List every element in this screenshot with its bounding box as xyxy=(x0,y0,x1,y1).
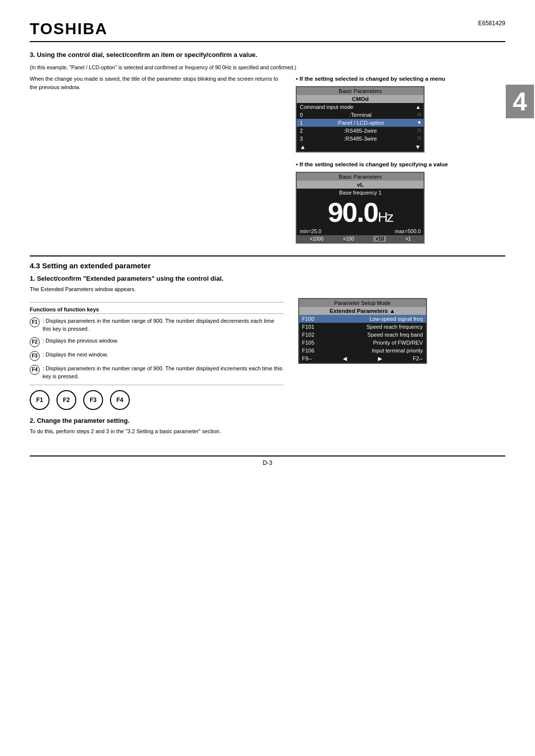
f2-desc: : Displays the previous window. xyxy=(43,337,283,345)
f4-circle: F4 xyxy=(30,365,40,375)
lcd3-item-f102: F102 Speed reach freq band xyxy=(299,331,426,339)
divider-top xyxy=(30,302,283,302)
lcd1-item-3-icon: □ xyxy=(418,136,421,142)
f3-desc: : Displays the next window. xyxy=(43,351,283,359)
page-header: TOSHIBA E6581429 xyxy=(30,20,505,42)
lcd1-item-1-label: :Panel / LCD-option xyxy=(337,120,384,126)
step1-desc: The Extended Parameters window appears. xyxy=(30,285,505,294)
fkey-btn-f3[interactable]: F3 xyxy=(83,390,103,410)
lcd3-f106-code: F106 xyxy=(302,348,315,353)
fkey-row-f3: F3 : Displays the next window. xyxy=(30,351,283,361)
step2-desc: To do this, perform steps 2 and 3 in the… xyxy=(30,427,505,436)
step2-section: 2. Change the parameter setting. To do t… xyxy=(30,417,505,436)
fkey-buttons-row: F1 F2 F3 F4 xyxy=(30,390,283,410)
lcd2-max: max=500.0 xyxy=(395,228,421,234)
step1-right: Parameter Setup Mode Extended Parameters… xyxy=(298,298,506,410)
toshiba-logo: TOSHIBA xyxy=(30,20,107,38)
fkey-btn-f2[interactable]: F2 xyxy=(56,390,76,410)
page-footer: D-3 xyxy=(30,455,505,466)
lcd2-step-10-active: ×10 xyxy=(374,236,386,242)
lcd3-f105-code: F105 xyxy=(302,340,315,346)
doc-number: E6581429 xyxy=(478,20,505,27)
fkey-btn-f1[interactable]: F1 xyxy=(30,390,50,410)
lcd2-sub-header: Base frequency 1 xyxy=(297,189,424,197)
lcd3-f100-code: F100 xyxy=(302,316,315,322)
f3-label: F3 xyxy=(32,353,38,358)
step3-subtitle: (In this example, "Panel / LCD-option" i… xyxy=(30,64,296,70)
lcd1-item-0-label: :Terminal xyxy=(349,112,372,118)
step3-content: When the change you made is saved, the t… xyxy=(30,75,505,244)
lcd3-f105-label: Priority of FWD/REV xyxy=(373,340,423,346)
lcd3-f102-label: Speed reach freq band xyxy=(368,332,423,338)
step1-title: 1. Select/confirm "Extended parameters" … xyxy=(30,275,505,282)
lcd1-item-2: 2 :RS485-2wire □ xyxy=(297,127,424,135)
lcd1-item-0-code: 0 xyxy=(300,112,303,118)
fkeys-label: Functions of function keys xyxy=(30,306,283,314)
step3-left: When the change you made is saved, the t… xyxy=(30,75,281,244)
lcd-panel-3: Parameter Setup Mode Extended Parameters… xyxy=(298,298,427,364)
lcd2-unit: Hz xyxy=(378,209,393,225)
lcd1-item-1: 1 :Panel / LCD-option ■ xyxy=(297,119,424,127)
lcd1-header: Basic Parameters xyxy=(297,87,424,95)
page-number: D-3 xyxy=(263,459,272,466)
lcd3-f106-label: Input terminal priority xyxy=(372,348,423,353)
lcd3-footer-right: F2-- xyxy=(413,355,423,362)
lcd2-min: min=25.0 xyxy=(300,228,321,234)
lcd2-steps: ×1000 ×100 ×10 ×1 xyxy=(297,235,424,243)
lcd3-footer: F9-- ◀ ▶ F2-- xyxy=(299,354,426,363)
fkey-row-f4: F4 : Displays parameters in the number r… xyxy=(30,364,283,381)
lcd1-item-2-label: :RS485-2wire xyxy=(344,128,377,134)
lcd-panel-1: Basic Parameters CMOd Command input mode… xyxy=(296,86,425,152)
lcd2-big-value: 90.0Hz xyxy=(297,197,424,227)
lcd3-header: Parameter Setup Mode xyxy=(299,299,426,307)
if-setting-value-label: • If the setting selected is changed by … xyxy=(296,160,505,169)
lcd1-footer: ▲ ▼ xyxy=(297,143,424,151)
section43-title: 4.3 Setting an extended parameter xyxy=(30,261,505,270)
fkey-btn-f4[interactable]: F4 xyxy=(110,390,130,410)
lcd2-header: Basic Parameters xyxy=(297,173,424,181)
f1-circle: F1 xyxy=(30,317,40,327)
f3-circle: F3 xyxy=(30,351,40,361)
lcd2-step-100: ×100 xyxy=(343,236,354,242)
f1-desc: : Displays parameters in the number rang… xyxy=(43,317,283,333)
f1-label: F1 xyxy=(32,319,38,325)
lcd3-item-f105: F105 Priority of FWD/REV xyxy=(299,339,426,347)
lcd1-mode-text: Command input mode xyxy=(300,104,353,110)
lcd1-item-1-code: 1 xyxy=(300,120,303,126)
lcd1-item-2-icon: □ xyxy=(418,128,421,134)
lcd1-footer-up: ▲ xyxy=(300,144,306,151)
if-setting-menu-label: • If the setting selected is changed by … xyxy=(296,75,505,83)
lcd1-item-3-code: 3 xyxy=(300,136,303,142)
section-43: 4.3 Setting an extended parameter 1. Sel… xyxy=(30,255,505,436)
lcd-panel-2: Basic Parameters vL Base frequency 1 90.… xyxy=(296,172,425,244)
lcd3-f100-label: Low-speed signal freq xyxy=(370,316,423,322)
lcd1-item-3-label: :RS485-3wire xyxy=(344,136,377,142)
lcd2-step-1: ×1 xyxy=(405,236,411,242)
fkey-row-f1: F1 : Displays parameters in the number r… xyxy=(30,317,283,333)
lcd3-f102-code: F102 xyxy=(302,332,315,338)
step3-right: 4 • If the setting selected is changed b… xyxy=(296,75,505,244)
lcd1-highlight: CMOd xyxy=(297,95,424,103)
lcd3-item-f100: F100 Low-speed signal freq xyxy=(299,315,426,323)
lcd3-highlight: Extended Parameters ▲ xyxy=(299,307,426,315)
lcd3-f101-code: F101 xyxy=(302,324,315,330)
lcd2-highlight: vL xyxy=(297,181,424,189)
step1-left: Functions of function keys F1 : Displays… xyxy=(30,298,283,410)
lcd1-item-2-code: 2 xyxy=(300,128,303,134)
fkey-row-f2: F2 : Displays the previous window. xyxy=(30,337,283,347)
f2-circle: F2 xyxy=(30,337,40,347)
step3-left-text: When the change you made is saved, the t… xyxy=(30,75,281,92)
lcd3-f101-label: Speed reach frequency xyxy=(367,324,423,330)
divider-bottom xyxy=(30,385,283,385)
lcd3-item-f101: F101 Speed reach frequency xyxy=(299,323,426,331)
f2-label: F2 xyxy=(32,339,38,345)
lcd1-item-3: 3 :RS485-3wire □ xyxy=(297,135,424,143)
lcd2-step-1000: ×1000 xyxy=(310,236,323,242)
f4-label: F4 xyxy=(32,367,38,372)
lcd1-item-1-icon: ■ xyxy=(418,120,421,126)
lcd3-item-f106: F106 Input terminal priority xyxy=(299,347,426,354)
lcd3-footer-prev-icon: ◀ xyxy=(343,355,347,362)
lcd2-minmax: min=25.0 max=500.0 xyxy=(297,227,424,235)
tab-number: 4 xyxy=(506,85,534,118)
step1-content: Functions of function keys F1 : Displays… xyxy=(30,298,505,410)
